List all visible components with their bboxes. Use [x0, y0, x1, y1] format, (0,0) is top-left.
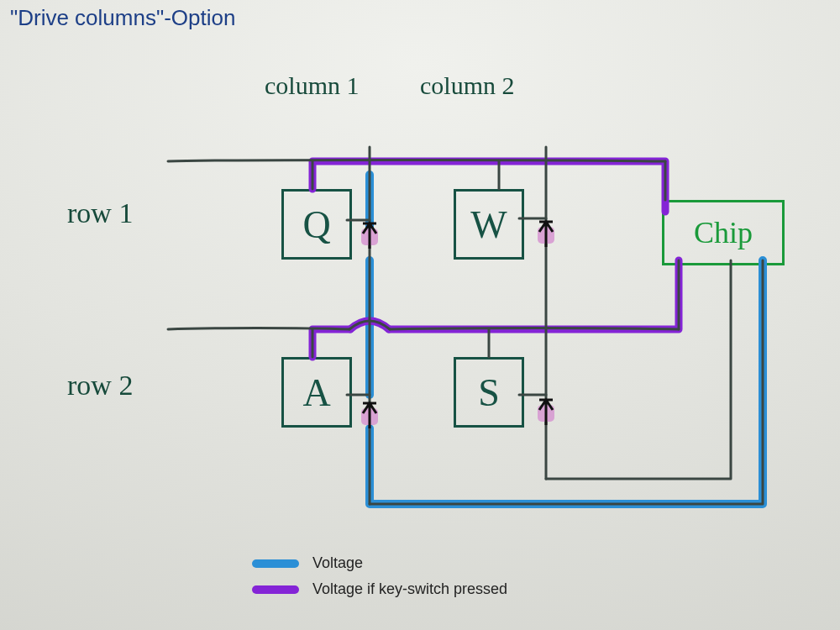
legend-voltage: Voltage	[252, 554, 507, 572]
key-W: W	[454, 189, 524, 260]
key-A: A	[281, 357, 352, 428]
column-1-label: column 1	[265, 71, 360, 100]
row-1-label: row 1	[67, 197, 133, 229]
legend: Voltage Voltage if key-switch pressed	[252, 554, 507, 606]
chip: Chip	[662, 200, 785, 265]
key-Q: Q	[281, 189, 352, 260]
legend-voltage-pressed-label: Voltage if key-switch pressed	[312, 580, 507, 598]
legend-voltage-pressed: Voltage if key-switch pressed	[252, 580, 507, 598]
diagram-title: "Drive columns"-Option	[10, 5, 235, 31]
legend-swatch-voltage-pressed	[252, 585, 299, 594]
column-2-label: column 2	[420, 71, 515, 100]
key-S: S	[454, 357, 524, 428]
row-2-label: row 2	[67, 370, 133, 402]
legend-voltage-label: Voltage	[312, 554, 363, 572]
legend-swatch-voltage	[252, 559, 299, 568]
